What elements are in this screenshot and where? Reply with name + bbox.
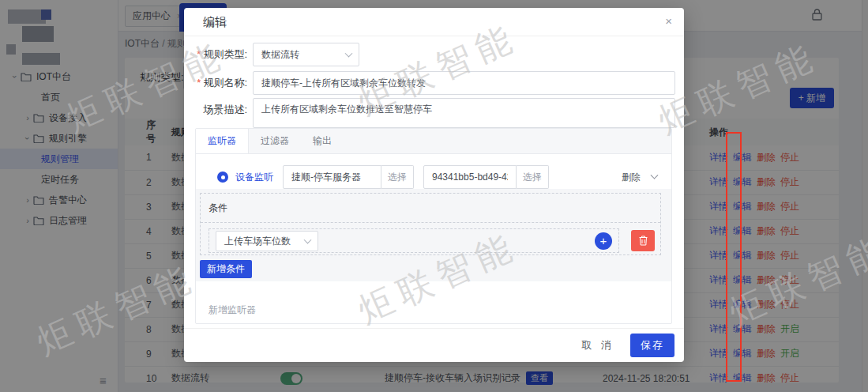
listener-card-tabs: 监听器过滤器输出 <box>196 129 671 154</box>
cancel-button[interactable]: 取 消 <box>581 338 614 352</box>
device-listen-row: 设备监听 选择 选择 删除 <box>196 165 671 189</box>
scene-desc-label: 场景描述: <box>184 98 247 122</box>
condition-title: 条件 <box>201 194 660 223</box>
add-listener-link[interactable]: 新增监听器 <box>209 303 256 317</box>
required-asterisk: * <box>197 48 201 60</box>
save-button[interactable]: 保存 <box>630 334 674 357</box>
device-id-group: 选择 <box>423 165 549 189</box>
chevron-down-icon <box>304 236 312 243</box>
device-name-group: 选择 <box>283 165 414 189</box>
trash-icon <box>639 236 648 246</box>
tab-filter[interactable]: 过滤器 <box>249 129 301 153</box>
device-name-input[interactable] <box>283 165 381 189</box>
modal-title: 编辑 <box>203 8 227 36</box>
rule-type-value: 数据流转 <box>261 49 299 60</box>
device-id-select-button[interactable]: 选择 <box>517 165 549 189</box>
required-asterisk: * <box>197 77 201 89</box>
add-condition-button[interactable]: 新增条件 <box>200 260 252 278</box>
rule-name-label: *规则名称: <box>184 71 247 95</box>
modal-close-icon[interactable]: × <box>665 8 672 35</box>
form-row-type: *规则类型: 数据流转 <box>184 43 665 66</box>
scene-desc-textarea[interactable]: 上传所有区域剩余车位数推送至智慧停车 <box>253 98 675 128</box>
tab-output[interactable]: 输出 <box>301 129 344 153</box>
device-id-input[interactable] <box>423 165 517 189</box>
chevron-down-icon <box>345 50 353 58</box>
edit-modal: 编辑 × *规则类型: 数据流转 *规则名称: 场景描述: 上传所有区域剩余车位… <box>184 8 684 362</box>
rule-type-label: *规则类型: <box>184 43 247 66</box>
device-listen-label: 设备监听 <box>235 171 273 184</box>
listener-delete-link[interactable]: 删除 <box>622 171 641 184</box>
condition-row: 上传车场车位数 + <box>209 228 619 253</box>
tab-listener[interactable]: 监听器 <box>196 129 249 153</box>
listener-card: 监听器过滤器输出 设备监听 选择 选择 删除 条件 上传车场车位数 <box>195 128 672 324</box>
device-name-select-button[interactable]: 选择 <box>381 165 414 189</box>
device-listen-radio[interactable] <box>217 172 228 183</box>
condition-section: 条件 上传车场车位数 + 新增条件 <box>196 189 671 281</box>
condition-value: 上传车场车位数 <box>224 236 291 247</box>
rule-type-select[interactable]: 数据流转 <box>253 43 359 66</box>
add-condition-plus-button[interactable]: + <box>595 232 612 250</box>
chevron-down-icon[interactable] <box>651 171 659 179</box>
condition-select[interactable]: 上传车场车位数 <box>216 231 318 251</box>
condition-container: 条件 上传车场车位数 + <box>200 193 661 255</box>
annotation-highlight-box <box>726 132 742 382</box>
modal-header: 编辑 × <box>184 8 684 36</box>
delete-condition-button[interactable] <box>631 230 655 251</box>
rule-name-input[interactable] <box>253 71 675 95</box>
modal-footer: 取 消 保存 <box>184 328 684 362</box>
